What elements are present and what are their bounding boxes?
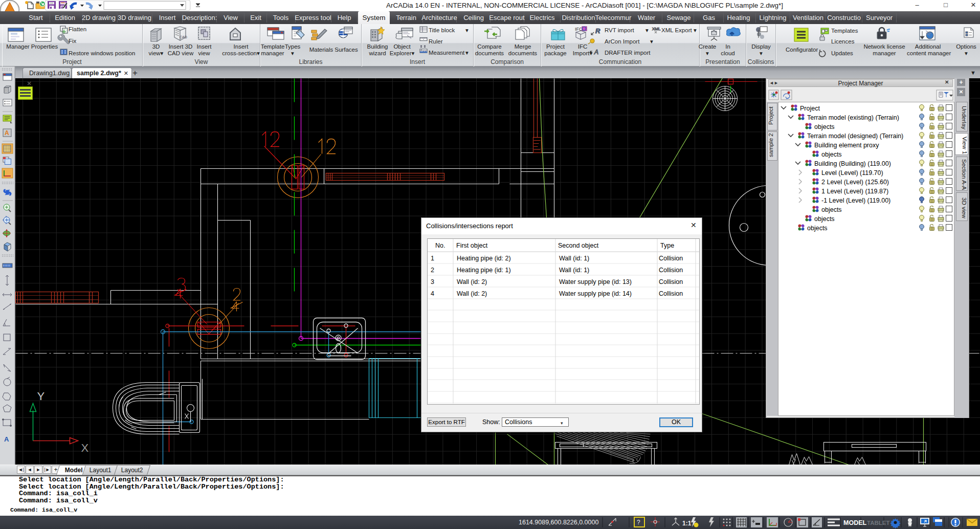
- svg-text:objects: objects: [807, 225, 828, 232]
- svg-text:2 Level (Level) (125.60): 2 Level (Level) (125.60): [821, 179, 889, 186]
- svg-text:Collision: Collision: [659, 255, 683, 262]
- svg-text:Project: Project: [800, 105, 820, 112]
- svg-text:objects: objects: [821, 151, 842, 158]
- svg-text:?: ?: [637, 519, 640, 526]
- svg-text:3: 3: [431, 278, 434, 285]
- svg-text:Building (Building) (119.00): Building (Building) (119.00): [814, 160, 891, 167]
- svg-text:1: 1: [431, 255, 434, 262]
- svg-text:R: R: [595, 27, 600, 35]
- svg-text:Wall (id: 1): Wall (id: 1): [559, 255, 589, 262]
- svg-text:4: 4: [431, 290, 434, 297]
- svg-text:Y: Y: [37, 390, 45, 403]
- svg-text:Collision: Collision: [659, 267, 683, 274]
- svg-text:TABLET: TABLET: [867, 520, 890, 526]
- svg-text:Wall (id: 1): Wall (id: 1): [559, 267, 589, 274]
- svg-text:objects: objects: [814, 215, 835, 223]
- svg-text:1:1: 1:1: [682, 520, 692, 527]
- svg-text:X: X: [81, 442, 89, 454]
- svg-text:2: 2: [431, 267, 434, 274]
- svg-text:Wall (id: 2): Wall (id: 2): [457, 278, 487, 285]
- svg-text:Water supply pipe (id: 13): Water supply pipe (id: 13): [559, 278, 632, 285]
- svg-text:-1 Level (Level) (119.00): -1 Level (Level) (119.00): [821, 197, 890, 204]
- svg-text:Building element proxy: Building element proxy: [814, 142, 879, 149]
- svg-text:objects: objects: [821, 206, 842, 213]
- svg-text:Heating pipe (id: 1): Heating pipe (id: 1): [457, 267, 511, 274]
- svg-text:XML: XML: [652, 27, 661, 31]
- svg-text:Wall (id: 2): Wall (id: 2): [457, 290, 487, 297]
- svg-text:Type: Type: [660, 242, 674, 249]
- svg-text:1 Level (Level) (119.87): 1 Level (Level) (119.87): [821, 188, 888, 195]
- svg-text:Level (Level) (119.70): Level (Level) (119.70): [821, 169, 883, 177]
- svg-text:Terrain model (designed) (Ter: Terrain model (designed) (Terrain): [807, 133, 903, 140]
- svg-text:Water supply pipe (id: 14): Water supply pipe (id: 14): [559, 290, 632, 297]
- svg-text:MODEL: MODEL: [843, 519, 867, 526]
- svg-text:objects: objects: [814, 123, 835, 130]
- svg-text:Collision: Collision: [659, 290, 683, 297]
- svg-text:Heating pipe (id: 2): Heating pipe (id: 2): [457, 255, 511, 262]
- svg-text:First object: First object: [456, 242, 488, 249]
- svg-text:Second object: Second object: [558, 242, 599, 249]
- svg-text:No.: No.: [435, 242, 445, 249]
- svg-text:CAD: CAD: [180, 35, 187, 39]
- svg-text:A: A: [5, 129, 9, 137]
- svg-text:Collision: Collision: [659, 278, 683, 285]
- svg-text:Terrain model (existing) (Ter: Terrain model (existing) (Terrain): [807, 114, 899, 121]
- svg-text:A: A: [4, 435, 9, 443]
